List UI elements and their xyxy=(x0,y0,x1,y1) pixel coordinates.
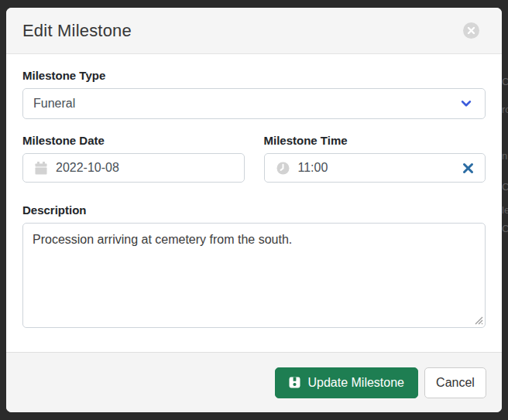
description-group: Procession arriving at cemetery from the… xyxy=(22,223,486,328)
close-button[interactable] xyxy=(463,22,479,39)
cancel-button[interactable]: Cancel xyxy=(424,367,486,398)
milestone-time-label: Milestone Time xyxy=(264,134,486,147)
modal-header: Edit Milestone xyxy=(6,8,502,54)
modal-title: Edit Milestone xyxy=(22,21,132,41)
milestone-type-select[interactable]: Funeral xyxy=(22,88,486,119)
milestone-date-group: Milestone Date xyxy=(22,134,245,183)
milestone-time-group: Milestone Time xyxy=(264,134,486,183)
background-page-fragment: C xyxy=(502,181,508,193)
background-page-fragment: C xyxy=(502,76,508,87)
milestone-date-label: Milestone Date xyxy=(22,134,245,147)
description-label: Description xyxy=(22,203,486,217)
modal-footer: Update Milestone Cancel xyxy=(6,352,502,412)
update-milestone-label: Update Milestone xyxy=(307,376,404,390)
background-page-fragment: n xyxy=(502,150,507,162)
milestone-type-value: Funeral xyxy=(33,97,75,111)
close-icon xyxy=(467,26,475,35)
cancel-label: Cancel xyxy=(436,376,475,390)
milestone-date-field[interactable] xyxy=(56,161,235,175)
clear-time-button[interactable] xyxy=(462,162,474,174)
date-time-row: Milestone Date Milestone Time xyxy=(22,134,486,183)
calendar-icon xyxy=(35,162,47,175)
description-textarea[interactable]: Procession arriving at cemetery from the… xyxy=(22,223,486,328)
clear-x-icon xyxy=(462,162,474,174)
update-milestone-button[interactable]: Update Milestone xyxy=(275,367,418,398)
milestone-time-field[interactable] xyxy=(298,161,463,175)
modal-body: Milestone Type Funeral Milestone Date xyxy=(6,54,502,352)
save-icon xyxy=(289,377,300,388)
chevron-down-icon xyxy=(459,97,473,111)
clock-icon xyxy=(276,162,290,175)
milestone-time-input[interactable] xyxy=(264,153,486,183)
background-page-fragment: ro xyxy=(502,104,508,115)
edit-milestone-modal: Edit Milestone Milestone Type Funeral Mi… xyxy=(6,8,502,412)
modal-backdrop: C ro n C le C Edit Milestone Milestone T… xyxy=(0,0,508,420)
background-page-fragment: le xyxy=(502,204,508,216)
milestone-type-label: Milestone Type xyxy=(22,69,486,82)
background-page-fragment: C xyxy=(502,223,508,234)
milestone-date-input[interactable] xyxy=(22,153,245,183)
